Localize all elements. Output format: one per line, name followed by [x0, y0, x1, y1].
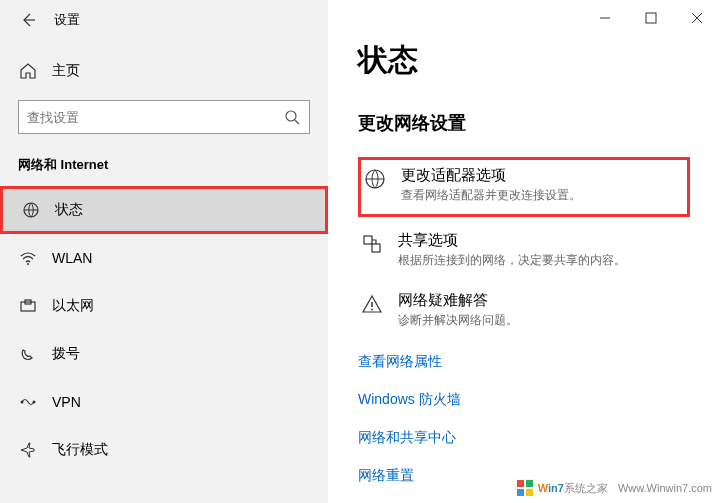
- sidebar-item-label: WLAN: [52, 250, 92, 266]
- option-title: 更改适配器选项: [401, 166, 581, 185]
- sidebar-item-wlan[interactable]: WLAN: [0, 234, 328, 282]
- svg-point-11: [371, 309, 373, 311]
- option-desc: 查看网络适配器并更改连接设置。: [401, 187, 581, 204]
- svg-rect-9: [364, 236, 372, 244]
- svg-rect-3: [21, 302, 35, 311]
- sidebar-home-label: 主页: [52, 62, 80, 80]
- sidebar-section-label: 网络和 Internet: [0, 152, 328, 186]
- option-sharing[interactable]: 共享选项 根据所连接到的网络，决定要共享的内容。: [358, 223, 690, 283]
- search-box[interactable]: [18, 100, 310, 134]
- option-troubleshoot[interactable]: 网络疑难解答 诊断并解决网络问题。: [358, 283, 690, 343]
- globe-icon: [361, 166, 389, 204]
- dialup-icon: [18, 345, 38, 363]
- svg-rect-12: [517, 480, 524, 487]
- vpn-icon: [18, 393, 38, 411]
- sidebar-item-dialup[interactable]: 拨号: [0, 330, 328, 378]
- link-sharing-center[interactable]: 网络和共享中心: [358, 419, 690, 457]
- svg-rect-13: [526, 480, 533, 487]
- sidebar-item-airplane[interactable]: 飞行模式: [0, 426, 328, 474]
- sidebar-item-status[interactable]: 状态: [0, 186, 328, 234]
- sidebar-item-label: 以太网: [52, 297, 94, 315]
- svg-point-5: [21, 401, 24, 404]
- svg-rect-14: [517, 489, 524, 496]
- option-adapter[interactable]: 更改适配器选项 查看网络适配器并更改连接设置。: [358, 157, 690, 217]
- back-icon[interactable]: [18, 10, 38, 30]
- sidebar-item-label: 拨号: [52, 345, 80, 363]
- svg-point-2: [27, 263, 29, 265]
- svg-point-6: [33, 401, 36, 404]
- option-desc: 诊断并解决网络问题。: [398, 312, 518, 329]
- airplane-icon: [18, 441, 38, 459]
- sidebar-item-label: VPN: [52, 394, 81, 410]
- search-input[interactable]: [27, 110, 283, 125]
- option-title: 网络疑难解答: [398, 291, 518, 310]
- wifi-icon: [18, 249, 38, 267]
- warning-icon: [358, 291, 386, 329]
- link-firewall[interactable]: Windows 防火墙: [358, 381, 690, 419]
- link-network-properties[interactable]: 查看网络属性: [358, 343, 690, 381]
- home-icon: [18, 62, 38, 80]
- window-minimize-button[interactable]: [582, 0, 628, 36]
- sidebar-home[interactable]: 主页: [0, 48, 328, 94]
- svg-rect-7: [646, 13, 656, 23]
- option-title: 共享选项: [398, 231, 626, 250]
- windows-logo-icon: [516, 479, 534, 497]
- window-title: 设置: [54, 11, 80, 29]
- search-icon[interactable]: [283, 108, 301, 126]
- watermark: Win7Win7系统之家系统之家 Www.Winwin7.com: [516, 479, 712, 497]
- svg-point-0: [286, 111, 296, 121]
- sidebar-item-label: 状态: [55, 201, 83, 219]
- svg-rect-15: [526, 489, 533, 496]
- subheading: 更改网络设置: [358, 111, 690, 135]
- sidebar-item-label: 飞行模式: [52, 441, 108, 459]
- status-icon: [21, 201, 41, 219]
- share-icon: [358, 231, 386, 269]
- sidebar-item-vpn[interactable]: VPN: [0, 378, 328, 426]
- page-title: 状态: [358, 40, 690, 81]
- sidebar-item-ethernet[interactable]: 以太网: [0, 282, 328, 330]
- option-desc: 根据所连接到的网络，决定要共享的内容。: [398, 252, 626, 269]
- window-maximize-button[interactable]: [628, 0, 674, 36]
- svg-rect-10: [372, 244, 380, 252]
- window-close-button[interactable]: [674, 0, 720, 36]
- ethernet-icon: [18, 297, 38, 315]
